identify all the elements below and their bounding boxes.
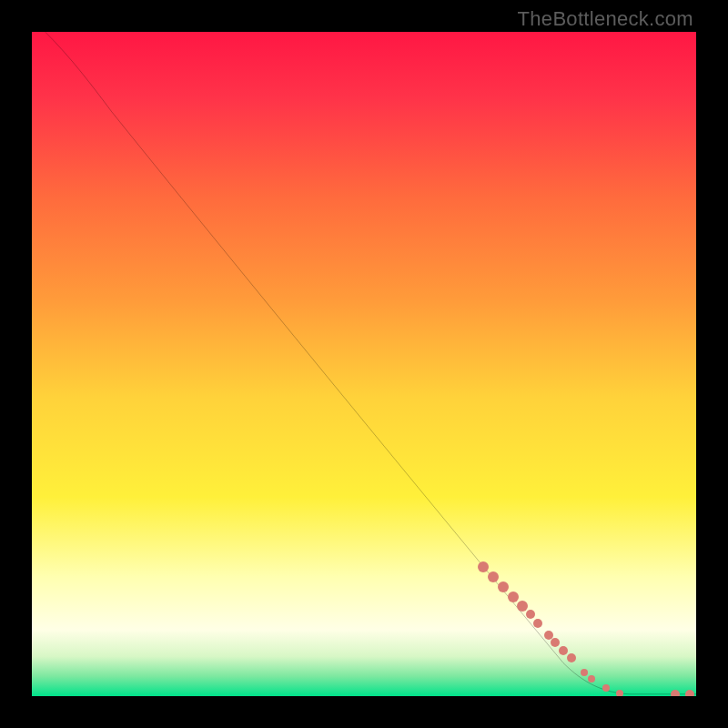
marker-dot [517, 601, 528, 612]
marker-dot [488, 571, 499, 582]
marker-dot [581, 669, 588, 676]
marker-dot [616, 690, 623, 696]
marker-dot [567, 653, 576, 662]
marker-dot [533, 619, 542, 628]
marker-dot [671, 690, 680, 696]
marker-dot [559, 646, 568, 655]
marker-dot [551, 638, 560, 647]
marker-dot [602, 684, 610, 692]
marker-dot [478, 561, 489, 572]
marker-dot [498, 581, 509, 592]
marker-dot [588, 675, 595, 682]
watermark-text: TheBottleneck.com [518, 7, 693, 31]
marker-dot [526, 610, 535, 619]
marker-dot [685, 690, 694, 696]
marker-dots-layer [32, 32, 696, 696]
chart-frame [32, 32, 696, 696]
marker-dot [508, 592, 519, 602]
